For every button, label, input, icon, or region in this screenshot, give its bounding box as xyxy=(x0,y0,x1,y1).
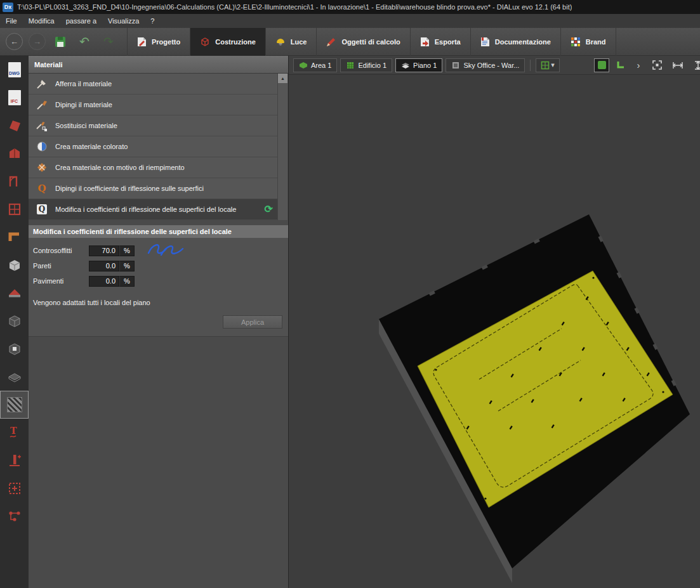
breadcrumb-piano[interactable]: Piano 1 xyxy=(395,58,442,72)
scroll-track[interactable] xyxy=(278,83,287,220)
editor-header: Modifica i coefficienti di riflessione d… xyxy=(29,225,288,238)
menu-help[interactable]: ? xyxy=(145,14,160,28)
controsoffitti-input[interactable]: 70.0 xyxy=(89,245,119,256)
text-label-icon: T xyxy=(7,425,22,440)
menu-visualizza[interactable]: Visualizza xyxy=(102,14,145,28)
sidebar-item-cube[interactable] xyxy=(0,307,29,335)
sidebar-item-opening[interactable] xyxy=(0,474,29,502)
expand-views-button[interactable]: › xyxy=(631,58,646,72)
sidebar-item-wall[interactable] xyxy=(0,223,29,251)
tab-oggetti-di-calcolo[interactable]: Oggetti di calcolo xyxy=(316,28,409,56)
tool-label: Modifica i coefficienti di riflessione d… xyxy=(55,206,236,213)
view-tools-right xyxy=(649,58,700,72)
solid-view-button[interactable] xyxy=(594,58,609,72)
construction-icon xyxy=(200,37,210,47)
tool-label: Sostituisci materiale xyxy=(55,122,117,129)
menu-bar: File Modifica passare a Visualizza ? xyxy=(0,14,700,28)
zoom-fit-button[interactable] xyxy=(649,58,664,72)
breadcrumb-edificio[interactable]: Edificio 1 xyxy=(340,58,392,72)
measure-horizontal-button[interactable] xyxy=(670,58,685,72)
tab-brand[interactable]: Brand xyxy=(560,28,616,56)
sidebar-item-materials[interactable] xyxy=(0,391,29,419)
tool-sostituisci-materiale[interactable]: Sostituisci materiale xyxy=(29,115,279,136)
title-bar: Dx T:\03-PL\PL0031_3263_FND_D4\10-Ingegn… xyxy=(0,0,700,14)
floor-icon xyxy=(401,61,410,70)
tab-label: Costruzione xyxy=(215,38,256,46)
breadcrumb-room[interactable]: Sky Office - War... xyxy=(446,58,525,72)
pavimenti-input[interactable]: 0.0 xyxy=(89,276,119,287)
redo-icon: ↷ xyxy=(103,34,114,49)
breadcrumb-label: Sky Office - War... xyxy=(463,62,519,69)
sidebar-item-site[interactable] xyxy=(0,112,29,140)
calc-objects-icon xyxy=(326,37,336,47)
sidebar-item-door[interactable] xyxy=(0,167,29,195)
apply-button[interactable]: Applica xyxy=(223,315,282,329)
tool-modifica-coefficienti[interactable]: Q Modifica i coefficienti di riflessione… xyxy=(29,199,279,220)
tab-label: Brand xyxy=(586,38,606,46)
wall-icon xyxy=(7,230,22,245)
tab-esporta[interactable]: Esporta xyxy=(410,28,470,56)
field-controsoffitti: Controsoffitti 70.0 % xyxy=(33,243,288,258)
sidebar-item-building[interactable] xyxy=(0,140,29,167)
documentation-icon xyxy=(480,37,490,47)
menu-file[interactable]: File xyxy=(0,14,23,28)
sidebar-item-room[interactable] xyxy=(0,251,29,279)
sidebar-item-text[interactable]: T xyxy=(0,419,29,447)
sidebar-item-roof[interactable] xyxy=(0,279,29,307)
menu-passare-a[interactable]: passare a xyxy=(60,14,102,28)
tool-label: Crea materiale con motivo di riempimento xyxy=(55,164,185,171)
forward-button[interactable]: → xyxy=(29,33,46,50)
pareti-input[interactable]: 0.0 xyxy=(89,261,119,271)
tab-luce[interactable]: Luce xyxy=(265,28,317,56)
tab-documentazione[interactable]: Documentazione xyxy=(470,28,560,56)
tab-label: Luce xyxy=(291,38,307,46)
sidebar-item-column[interactable] xyxy=(0,447,29,474)
ifc-import-icon: IFC xyxy=(8,90,21,105)
tool-dipingi-coefficiente[interactable]: Q Dipingi il coefficiente di riflessione… xyxy=(29,178,279,199)
measure-vertical-button[interactable] xyxy=(691,58,700,72)
tool-crea-materiale-motivo[interactable]: Crea materiale con motivo di riempimento xyxy=(29,157,279,178)
cube-cutout-icon xyxy=(7,341,22,356)
tab-progetto[interactable]: Progetto xyxy=(127,28,190,56)
view-mode-dropdown[interactable]: ▾ xyxy=(536,58,560,72)
breadcrumb-label: Edificio 1 xyxy=(358,62,386,69)
sidebar-item-ifc-import[interactable]: IFC xyxy=(0,84,29,112)
tool-label: Dipingi il materiale xyxy=(55,101,112,108)
scroll-up-button[interactable]: ▲ xyxy=(278,74,287,83)
tool-afferra-materiale[interactable]: Afferra il materiale xyxy=(29,74,279,95)
arrow-right-icon: → xyxy=(33,37,41,46)
zoom-fit-icon xyxy=(652,60,663,70)
3d-viewport[interactable] xyxy=(289,75,700,588)
mode-tabs: Progetto Costruzione Luce Oggetti di cal… xyxy=(127,28,616,56)
roof-icon xyxy=(7,285,22,301)
paint-brush-icon xyxy=(36,98,48,111)
tab-costruzione[interactable]: Costruzione xyxy=(190,28,265,56)
tools-scrollbar[interactable]: ▲ xyxy=(277,74,287,220)
building-body-icon xyxy=(7,146,22,161)
room-icon xyxy=(451,61,460,70)
refresh-icon[interactable]: ⟳ xyxy=(265,204,273,214)
back-button[interactable]: ← xyxy=(6,33,23,50)
tool-dipingi-materiale[interactable]: Dipingi il materiale xyxy=(29,95,279,115)
tool-label: Dipingi il coefficiente di riflessione s… xyxy=(55,185,204,192)
opening-icon xyxy=(7,481,22,496)
site-shape-icon xyxy=(7,118,22,133)
sidebar-item-cube-cutout[interactable] xyxy=(0,335,29,363)
sidebar-item-circuit[interactable] xyxy=(0,502,29,530)
sidebar-item-ceiling[interactable] xyxy=(0,363,29,391)
sidebar-item-window[interactable] xyxy=(0,195,29,223)
tool-crea-materiale-colorato[interactable]: Crea materiale colorato xyxy=(29,136,279,157)
tab-label: Documentazione xyxy=(495,38,551,46)
redo-button[interactable]: ↷ xyxy=(99,32,118,51)
plan-view-icon xyxy=(541,61,550,70)
menu-modifica[interactable]: Modifica xyxy=(23,14,60,28)
breadcrumb-area[interactable]: Area 1 xyxy=(293,58,337,72)
save-button[interactable] xyxy=(51,32,70,51)
door-icon xyxy=(7,174,22,189)
wireframe-view-button[interactable] xyxy=(612,58,628,72)
undo-button[interactable]: ↶ xyxy=(75,32,94,51)
save-icon xyxy=(55,36,66,48)
dwg-label: DWG xyxy=(9,71,20,75)
sidebar-item-dwg-import[interactable]: DWG xyxy=(0,56,29,84)
editor-header-text: Modifica i coefficienti di riflessione d… xyxy=(33,228,232,235)
